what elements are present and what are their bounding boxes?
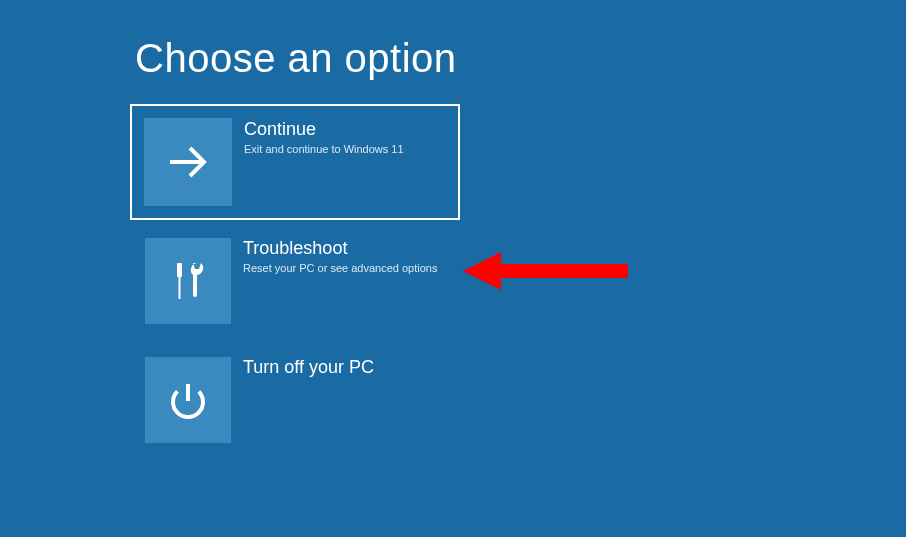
power-icon xyxy=(145,357,231,443)
options-list: Continue Exit and continue to Windows 11… xyxy=(135,109,906,453)
arrow-right-icon xyxy=(144,118,232,206)
option-text: Continue Exit and continue to Windows 11 xyxy=(232,109,414,215)
option-text: Troubleshoot Reset your PC or see advanc… xyxy=(231,228,447,334)
option-troubleshoot[interactable]: Troubleshoot Reset your PC or see advanc… xyxy=(135,228,455,334)
page-title: Choose an option xyxy=(135,36,906,81)
svg-rect-0 xyxy=(177,263,182,277)
option-title: Troubleshoot xyxy=(243,238,437,259)
recovery-options-screen: Choose an option Continue Exit and conti… xyxy=(0,0,906,453)
option-turn-off[interactable]: Turn off your PC xyxy=(135,347,455,453)
option-subtitle: Reset your PC or see advanced options xyxy=(243,261,437,275)
svg-rect-1 xyxy=(179,277,181,299)
option-subtitle: Exit and continue to Windows 11 xyxy=(244,142,404,156)
option-text: Turn off your PC xyxy=(231,347,384,453)
tools-icon xyxy=(145,238,231,324)
option-title: Continue xyxy=(244,119,404,140)
option-title: Turn off your PC xyxy=(243,357,374,378)
option-continue[interactable]: Continue Exit and continue to Windows 11 xyxy=(135,109,455,215)
